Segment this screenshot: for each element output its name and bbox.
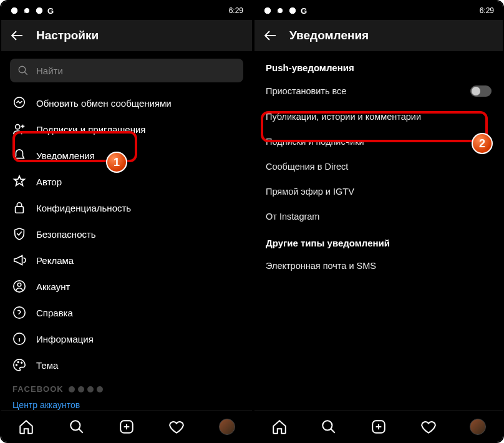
heart-icon[interactable] bbox=[420, 419, 437, 435]
item-label: Аккаунт bbox=[36, 281, 70, 292]
item-creator[interactable]: Автор bbox=[1, 168, 252, 195]
svg-point-12 bbox=[16, 364, 17, 366]
header-title: Настройки bbox=[36, 29, 99, 42]
item-theme[interactable]: Тема bbox=[1, 352, 252, 378]
user-plus-icon bbox=[12, 122, 26, 136]
badge-1: 1 bbox=[106, 152, 127, 173]
item-about[interactable]: Информация bbox=[1, 326, 252, 352]
item-label: Прямой эфир и IGTV bbox=[266, 187, 354, 197]
item-security[interactable]: Безопасность bbox=[1, 221, 252, 247]
item-email-sms[interactable]: Электронная почта и SMS bbox=[254, 253, 503, 278]
svg-point-13 bbox=[17, 362, 19, 363]
megaphone-icon bbox=[12, 253, 26, 267]
svg-point-0 bbox=[11, 7, 17, 13]
status-icons-left: G bbox=[10, 6, 54, 16]
settings-list[interactable]: Найти Обновить обмен сообщениями Подписк… bbox=[1, 51, 252, 411]
bottom-nav bbox=[254, 411, 503, 442]
search-placeholder: Найти bbox=[36, 66, 63, 76]
svg-point-3 bbox=[38, 9, 41, 12]
item-label: Электронная почта и SMS bbox=[266, 261, 376, 271]
badge-2: 2 bbox=[472, 133, 493, 154]
phone-right: G 6:29 Уведомления Push-уведомления Прио… bbox=[252, 1, 503, 442]
status-icons-left: G bbox=[263, 6, 307, 16]
lock-icon bbox=[12, 201, 26, 215]
search-icon[interactable] bbox=[69, 419, 85, 435]
item-posts-stories-comments[interactable]: Публикации, истории и комментарии bbox=[254, 104, 503, 129]
svg-point-4 bbox=[19, 66, 26, 73]
home-icon[interactable] bbox=[18, 419, 34, 435]
item-direct-messages[interactable]: Сообщения в Direct bbox=[254, 154, 503, 179]
help-icon bbox=[12, 306, 26, 319]
svg-point-15 bbox=[70, 421, 80, 430]
home-icon[interactable] bbox=[271, 419, 288, 435]
svg-point-14 bbox=[21, 362, 22, 363]
profile-avatar[interactable] bbox=[470, 419, 486, 435]
status-time: 6:29 bbox=[229, 6, 243, 15]
item-from-instagram[interactable]: От Instagram bbox=[254, 204, 503, 229]
palette-icon bbox=[12, 358, 26, 372]
item-label: Автор bbox=[36, 177, 62, 187]
new-post-icon[interactable] bbox=[119, 419, 135, 435]
item-label: Обновить обмен сообщениями bbox=[36, 98, 172, 109]
item-label: Сообщения в Direct bbox=[266, 162, 348, 172]
search-icon bbox=[17, 65, 29, 76]
item-follow-invite[interactable]: Подписки и приглашения bbox=[1, 116, 252, 142]
search-input[interactable]: Найти bbox=[10, 59, 243, 82]
facebook-label: FACEBOOK bbox=[1, 378, 252, 396]
toggle-pause-all[interactable] bbox=[470, 85, 492, 97]
notifications-list[interactable]: Push-уведомления Приостановить все Публи… bbox=[254, 51, 503, 411]
star-icon bbox=[12, 175, 26, 188]
messenger-icon bbox=[12, 96, 26, 110]
header: Настройки bbox=[1, 20, 252, 51]
item-following-followers[interactable]: Подписки и подписчики bbox=[254, 129, 503, 154]
item-label: Конфиденциальность bbox=[36, 203, 131, 213]
phone-left: G 6:29 Настройки Найти Обновить обмен со… bbox=[1, 1, 252, 442]
bottom-nav bbox=[1, 411, 252, 442]
profile-avatar[interactable] bbox=[219, 419, 235, 435]
item-privacy[interactable]: Конфиденциальность bbox=[1, 195, 252, 221]
item-live-igtv[interactable]: Прямой эфир и IGTV bbox=[254, 179, 503, 204]
header: Уведомления bbox=[254, 20, 503, 51]
item-label: От Instagram bbox=[266, 212, 319, 221]
item-label: Информация bbox=[36, 334, 94, 344]
back-icon[interactable] bbox=[263, 28, 278, 43]
item-label: Безопасность bbox=[36, 229, 96, 240]
push-section-title: Push-уведомления bbox=[254, 54, 503, 78]
info-icon bbox=[12, 332, 26, 346]
svg-point-20 bbox=[291, 9, 294, 12]
svg-rect-7 bbox=[16, 207, 24, 213]
svg-point-21 bbox=[323, 421, 332, 430]
item-label: Уведомления bbox=[36, 150, 95, 161]
search-icon[interactable] bbox=[321, 419, 337, 435]
status-time: 6:29 bbox=[480, 6, 494, 15]
item-messaging[interactable]: Обновить обмен сообщениями bbox=[1, 90, 252, 116]
item-label: Реклама bbox=[36, 255, 74, 266]
item-account[interactable]: Аккаунт bbox=[1, 273, 252, 299]
item-help[interactable]: Справка bbox=[1, 299, 252, 326]
status-bar: G 6:29 bbox=[1, 1, 252, 20]
shield-icon bbox=[12, 227, 26, 241]
back-icon[interactable] bbox=[10, 28, 25, 43]
svg-point-10 bbox=[14, 307, 25, 318]
item-label: Подписки и приглашения bbox=[36, 124, 145, 135]
item-label: Справка bbox=[36, 308, 73, 318]
bell-icon bbox=[12, 148, 26, 162]
header-title: Уведомления bbox=[289, 29, 369, 42]
item-label: Публикации, истории и комментарии bbox=[266, 112, 421, 122]
heart-icon[interactable] bbox=[168, 419, 185, 435]
other-section-title: Другие типы уведомлений bbox=[254, 229, 503, 253]
item-label: Тема bbox=[36, 360, 58, 371]
svg-point-17 bbox=[264, 7, 270, 13]
new-post-icon[interactable] bbox=[371, 419, 387, 435]
item-label: Приостановить все bbox=[266, 86, 346, 96]
svg-point-6 bbox=[16, 125, 20, 129]
accounts-center-link[interactable]: Центр аккаунтов bbox=[1, 396, 252, 411]
item-label: Подписки и подписчики bbox=[266, 137, 364, 147]
item-ads[interactable]: Реклама bbox=[1, 247, 252, 273]
user-icon bbox=[12, 280, 26, 293]
item-pause-all[interactable]: Приостановить все bbox=[254, 78, 503, 104]
status-bar: G 6:29 bbox=[254, 1, 503, 20]
svg-point-9 bbox=[17, 283, 21, 287]
